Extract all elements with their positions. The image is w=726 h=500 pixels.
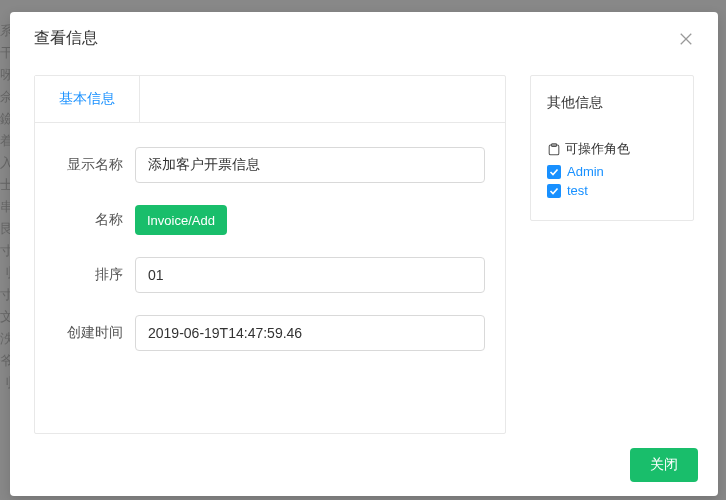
roles-icon — [547, 142, 561, 156]
basic-info-panel: 基本信息 显示名称 添加客户开票信息 名称 Invoice/Add 排序 01 — [34, 75, 506, 434]
roles-header-label: 可操作角色 — [565, 140, 630, 158]
role-item-test[interactable]: test — [547, 183, 677, 198]
view-info-modal: 查看信息 基本信息 显示名称 添加客户开票信息 名称 Invoice/ — [10, 12, 718, 496]
label-display-name: 显示名称 — [55, 156, 135, 174]
checkbox-admin[interactable] — [547, 165, 561, 179]
modal-body: 基本信息 显示名称 添加客户开票信息 名称 Invoice/Add 排序 01 — [10, 65, 718, 434]
modal-title: 查看信息 — [34, 28, 98, 49]
other-info-panel: 其他信息 可操作角色 Admin test — [530, 75, 694, 221]
tab-content: 显示名称 添加客户开票信息 名称 Invoice/Add 排序 01 创建时间 … — [35, 123, 505, 397]
checkbox-test[interactable] — [547, 184, 561, 198]
modal-footer: 关闭 — [10, 434, 718, 496]
other-info-title: 其他信息 — [547, 94, 677, 112]
label-created-at: 创建时间 — [55, 324, 135, 342]
field-sort[interactable]: 01 — [135, 257, 485, 293]
label-name: 名称 — [55, 211, 135, 229]
modal-header: 查看信息 — [10, 12, 718, 65]
row-created-at: 创建时间 2019-06-19T14:47:59.46 — [55, 315, 485, 351]
field-name-wrap: Invoice/Add — [135, 205, 485, 235]
role-item-admin[interactable]: Admin — [547, 164, 677, 179]
tab-basic-info[interactable]: 基本信息 — [35, 76, 140, 122]
field-display-name[interactable]: 添加客户开票信息 — [135, 147, 485, 183]
row-name: 名称 Invoice/Add — [55, 205, 485, 235]
role-label-test: test — [567, 183, 588, 198]
tabs: 基本信息 — [35, 76, 505, 123]
name-badge: Invoice/Add — [135, 205, 227, 235]
roles-header: 可操作角色 — [547, 140, 677, 158]
row-display-name: 显示名称 添加客户开票信息 — [55, 147, 485, 183]
field-created-at[interactable]: 2019-06-19T14:47:59.46 — [135, 315, 485, 351]
close-icon[interactable] — [678, 31, 694, 47]
role-label-admin: Admin — [567, 164, 604, 179]
close-button[interactable]: 关闭 — [630, 448, 698, 482]
row-sort: 排序 01 — [55, 257, 485, 293]
label-sort: 排序 — [55, 266, 135, 284]
